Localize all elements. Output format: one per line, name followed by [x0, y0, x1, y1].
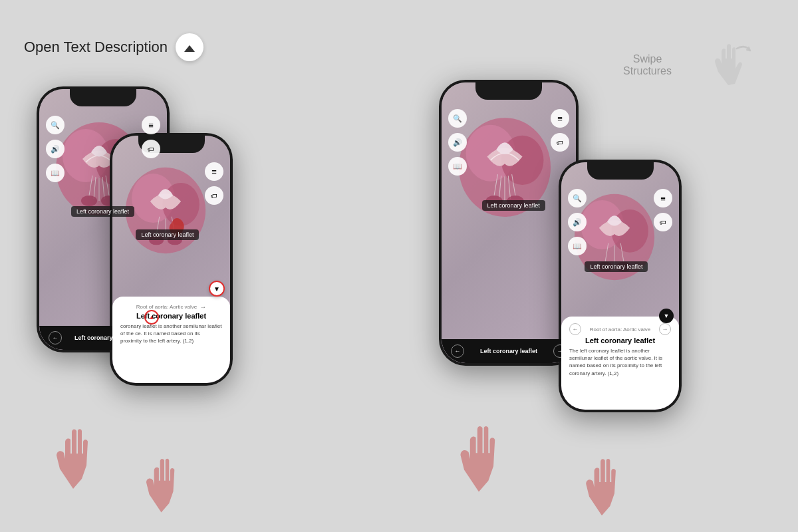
phone-4-label-tag: Left coronary leaflet — [585, 261, 648, 272]
phone-4-panel-desc: The left coronary leaflet is another sem… — [569, 347, 671, 377]
phone-3-notch — [475, 82, 542, 100]
phone-1-label-tag: Left coronary leaflet — [71, 206, 134, 217]
red-hand-4 — [579, 456, 625, 519]
red-hand-2 — [140, 456, 183, 515]
phone-1-notch — [70, 89, 136, 106]
phone-3-label-tag: Left coronary leaflet — [482, 200, 545, 211]
tag-icon-4[interactable]: 🏷 — [654, 213, 672, 231]
phone-4-panel-title: Left coronary leaflet — [569, 336, 671, 344]
red-hand-3 — [452, 422, 505, 495]
menu-icon-4[interactable]: ≡ — [654, 189, 672, 207]
tag-icon-2[interactable]: 🏷 — [205, 186, 223, 205]
phone-2-screen: Left coronary leaflet ≡ 🏷 ▼ Root of aort… — [112, 136, 230, 383]
search-icon-3[interactable]: 🔍 — [448, 109, 467, 128]
phone-1-icons-right: ≡ 🏷 — [142, 116, 160, 158]
tag-icon-3[interactable]: 🏷 — [551, 133, 569, 152]
phone-4-breadcrumb: Root of aorta: Aortic valve — [584, 327, 656, 332]
phone-2-down-btn[interactable]: ▼ — [209, 281, 225, 297]
phone-3-bottom-nav: ← Left coronary leaflet → — [442, 339, 576, 363]
phone-1-icons-left: 🔍 🔊 📖 — [46, 116, 65, 182]
book-icon-1[interactable]: 📖 — [46, 164, 65, 182]
phone-4-breadcrumb-row: ← Root of aorta: Aortic valve → — [569, 323, 671, 335]
phone-2-label-tag: Left coronary leaflet — [136, 229, 199, 240]
phone-4-icons-left: 🔍 🔊 📖 — [568, 189, 587, 255]
open-text-label: Open Text Description — [24, 39, 168, 56]
search-icon-1[interactable]: 🔍 — [46, 116, 65, 134]
swipe-hand-icon — [698, 39, 758, 92]
phone-3-icons-left: 🔍 🔊 📖 — [448, 109, 467, 176]
sound-icon-1[interactable]: 🔊 — [46, 140, 65, 158]
phone-4-icons-right: ≡ 🏷 — [654, 189, 672, 231]
phone-4-screen: Left coronary leaflet 🔍 🔊 📖 ≡ 🏷 ▼ ← Root… — [561, 162, 679, 410]
open-text-button[interactable] — [176, 33, 203, 61]
red-hand-1 — [50, 426, 96, 492]
phone-4-next-arrow[interactable]: → — [659, 323, 671, 335]
phone-4-bottom-panel: ← Root of aorta: Aortic valve → Left cor… — [561, 317, 679, 410]
phone-2-breadcrumb-row: Root of aorta: Aortic valve → — [120, 303, 222, 311]
menu-icon-2[interactable]: ≡ — [205, 162, 223, 181]
menu-icon-3[interactable]: ≡ — [551, 109, 569, 128]
phone-2-icons-right: ≡ 🏷 — [205, 162, 223, 205]
phone-4: Left coronary leaflet 🔍 🔊 📖 ≡ 🏷 ▼ ← Root… — [559, 160, 682, 412]
tag-icon-1[interactable]: 🏷 — [142, 140, 160, 158]
phone-2-panel-title: Left coronary leaflet — [120, 312, 222, 320]
phone-4-prev-arrow[interactable]: ← — [569, 323, 581, 335]
phone-3-nav-label: Left coronary leaflet — [480, 348, 537, 354]
phone-3-icons-right: ≡ 🏷 — [551, 109, 569, 152]
book-icon-3[interactable]: 📖 — [448, 157, 467, 176]
phone-3-screen: Left coronary leaflet 🔍 🔊 📖 ≡ 🏷 ← Left c… — [442, 82, 576, 363]
phone-2-panel-desc: coronary leaflet is another semilunar le… — [120, 323, 222, 345]
search-icon-4[interactable]: 🔍 — [568, 189, 587, 207]
sound-icon-4[interactable]: 🔊 — [568, 213, 587, 231]
book-icon-4[interactable]: 📖 — [568, 237, 587, 255]
swipe-structures-section: Swipe Structures — [678, 33, 758, 94]
phone-2-bottom-panel: Root of aorta: Aortic valve → Left coron… — [112, 297, 230, 383]
phone-3-prev-arrow[interactable]: ← — [451, 344, 464, 358]
sound-icon-3[interactable]: 🔊 — [448, 133, 467, 152]
swipe-label: Swipe Structures — [623, 53, 672, 77]
svg-point-8 — [81, 196, 97, 206]
open-text-description-section: Open Text Description — [24, 33, 203, 61]
phone-3: Left coronary leaflet 🔍 🔊 📖 ≡ 🏷 ← Left c… — [439, 80, 579, 366]
menu-icon-1[interactable]: ≡ — [142, 116, 160, 134]
phone-1-circle-up[interactable]: ▲ — [144, 310, 159, 325]
phone-4-down-btn[interactable]: ▼ — [659, 309, 674, 323]
phone-2-breadcrumb: Root of aorta: Aortic valve — [136, 304, 198, 310]
phone-2: Left coronary leaflet ≡ 🏷 ▼ Root of aort… — [110, 133, 233, 386]
phone-4-notch — [587, 162, 654, 180]
phone-1-prev-arrow[interactable]: ← — [49, 331, 62, 344]
phone-2-arrow-right[interactable]: → — [200, 303, 206, 311]
